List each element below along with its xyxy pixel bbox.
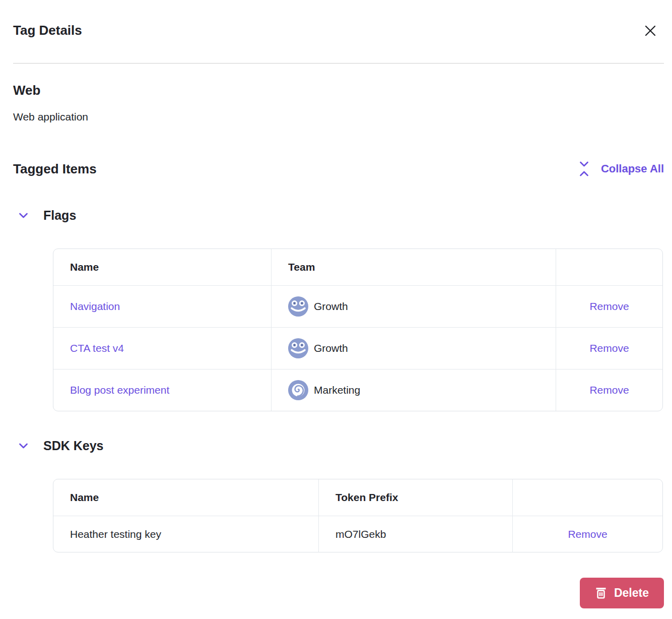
team-name: Marketing <box>314 384 360 396</box>
flag-link[interactable]: Blog post experiment <box>70 384 169 396</box>
flags-col-name: Name <box>53 249 271 285</box>
remove-button[interactable]: Remove <box>589 384 629 396</box>
flags-section-title: Flags <box>43 208 76 223</box>
delete-button[interactable]: Delete <box>580 578 664 608</box>
table-row: Blog post experiment Marketing Remove <box>53 369 662 411</box>
remove-button[interactable]: Remove <box>589 300 629 313</box>
table-row: CTA test v4 Growth Remove <box>53 327 662 369</box>
flag-link[interactable]: Navigation <box>70 300 120 313</box>
flags-table: Name Team Navigation <box>53 249 663 411</box>
sdk-keys-table: Name Token Prefix Heather testing key mO… <box>53 479 663 552</box>
sdk-col-token-prefix: Token Prefix <box>318 479 512 516</box>
tag-description: Web application <box>13 110 672 123</box>
flags-col-action <box>556 249 662 285</box>
delete-button-label: Delete <box>614 586 649 600</box>
frog-avatar-icon <box>288 338 308 358</box>
tag-details-modal: Tag Details Web Web application Tagged I… <box>0 0 672 619</box>
spiral-avatar-icon <box>288 380 308 400</box>
flags-col-team: Team <box>271 249 556 285</box>
table-row: Navigation Growth Remove <box>53 285 662 327</box>
trash-icon <box>595 586 607 600</box>
sdk-table-header-row: Name Token Prefix <box>53 479 662 516</box>
remove-button[interactable]: Remove <box>568 528 607 540</box>
sdk-keys-section-header: SDK Keys <box>17 437 672 455</box>
sdk-keys-section-title: SDK Keys <box>43 439 104 453</box>
modal-footer: Delete <box>0 578 664 608</box>
flags-section-header: Flags <box>17 206 672 224</box>
flags-chevron-down-icon[interactable] <box>17 209 30 222</box>
sdk-col-action <box>512 479 662 516</box>
sdk-key-token-prefix: mO7lGekb <box>318 516 512 552</box>
tag-name: Web <box>13 82 672 99</box>
sdk-key-name: Heather testing key <box>53 516 318 552</box>
tagged-items-bar: Tagged Items Collapse All <box>13 158 664 180</box>
team-name: Growth <box>314 300 348 313</box>
sdk-col-name: Name <box>53 479 318 516</box>
team-name: Growth <box>314 342 348 354</box>
collapse-all-icon <box>577 159 591 179</box>
flag-link[interactable]: CTA test v4 <box>70 342 124 354</box>
sdk-keys-chevron-down-icon[interactable] <box>17 439 30 453</box>
tagged-items-heading: Tagged Items <box>13 161 97 177</box>
remove-button[interactable]: Remove <box>589 342 629 354</box>
frog-avatar-icon <box>288 296 308 317</box>
flags-table-header-row: Name Team <box>53 249 662 285</box>
close-button[interactable] <box>642 22 659 39</box>
collapse-all-button[interactable]: Collapse All <box>577 159 664 179</box>
collapse-all-label: Collapse All <box>601 162 664 175</box>
table-row: Heather testing key mO7lGekb Remove <box>53 516 662 552</box>
modal-title: Tag Details <box>13 21 672 39</box>
close-icon <box>642 23 658 39</box>
header-divider <box>13 63 664 64</box>
